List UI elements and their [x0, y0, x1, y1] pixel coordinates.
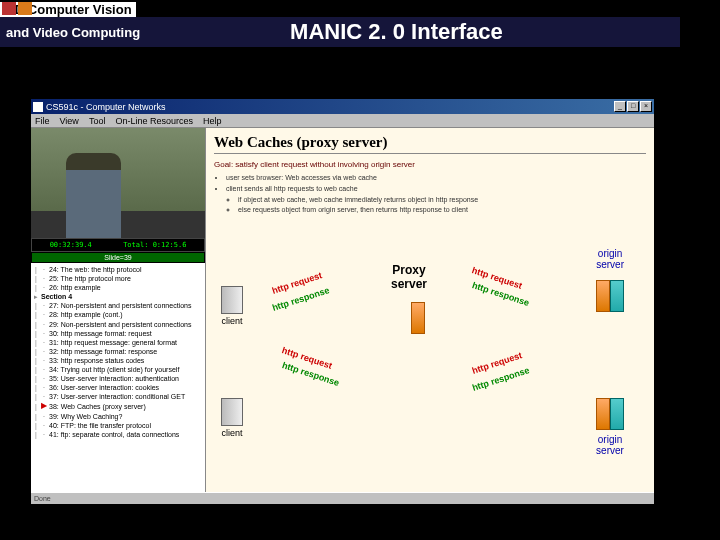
menu-help[interactable]: Help [203, 116, 222, 126]
lecture-video[interactable] [31, 128, 205, 238]
outline-row[interactable]: |·41: ftp: separate control, data connec… [33, 430, 203, 439]
slide-bullets: user sets browser: Web accesses via web … [206, 173, 654, 215]
video-controls[interactable]: 00:32:39.4 Total: 0:12:5.6 [31, 238, 205, 252]
close-button[interactable]: × [640, 101, 652, 112]
menu-view[interactable]: View [60, 116, 79, 126]
menu-file[interactable]: File [35, 116, 50, 126]
outline-row[interactable]: |·30: http message format: request [33, 329, 203, 338]
header-line2: and Video Computing [0, 25, 140, 40]
slide-indicator: Slide=39 [31, 252, 205, 263]
window-title: CS591c - Computer Networks [46, 102, 614, 112]
app-window: CS591c - Computer Networks _ □ × File Vi… [30, 98, 655, 493]
outline-row[interactable]: |·31: http request message: general form… [33, 338, 203, 347]
slide-content: Web Caches (proxy server) Goal: satisfy … [206, 128, 654, 492]
page-title: MANIC 2. 0 Interface [290, 19, 503, 45]
slide-title: Web Caches (proxy server) [206, 128, 654, 156]
outline-row[interactable]: |·37: User-server interaction: condition… [33, 392, 203, 401]
titlebar: CS591c - Computer Networks _ □ × [31, 99, 654, 114]
outline-row[interactable]: |·26: http example [33, 283, 203, 292]
outline-row[interactable]: |·28: http example (cont.) [33, 310, 203, 319]
proxy-diagram: origin server Proxyserver client c [206, 248, 654, 492]
origin-label-2: origin server [596, 434, 624, 456]
outline-row[interactable]: |·39: Why Web Caching? [33, 412, 203, 421]
origin-server-icon [610, 398, 624, 430]
menubar: File View Tool On-Line Resources Help [31, 114, 654, 128]
outline-row[interactable]: |▶38: Web Caches (proxy server) [33, 401, 203, 411]
outline-row[interactable]: |·32: http message format: response [33, 347, 203, 356]
timecode: 00:32:39.4 [50, 241, 92, 249]
outline-row[interactable]: ▸Section 4 [33, 292, 203, 301]
origin-server-icon [596, 280, 610, 312]
outline-row[interactable]: |·24: The web: the http protocol [33, 265, 203, 274]
outline-row[interactable]: |·25: The http protocol more [33, 274, 203, 283]
statusbar: Done [31, 492, 654, 504]
left-panel: 00:32:39.4 Total: 0:12:5.6 Slide=39 |·24… [31, 128, 206, 492]
menu-online[interactable]: On-Line Resources [115, 116, 193, 126]
outline-row[interactable]: |·34: Trying out http (client side) for … [33, 365, 203, 374]
slide-outline[interactable]: |·24: The web: the http protocol|·25: Th… [31, 263, 205, 492]
proxy-server-icon [411, 302, 425, 334]
outline-row[interactable]: |·36: User-server interaction: cookies [33, 383, 203, 392]
origin-server-icon [596, 398, 610, 430]
app-icon [33, 102, 43, 112]
client-host-icon [221, 398, 243, 426]
client-label-2: client [221, 428, 243, 438]
minimize-button[interactable]: _ [614, 101, 626, 112]
origin-label-1: origin server [596, 248, 624, 270]
client-label-1: client [221, 316, 243, 326]
outline-row[interactable]: |·35: User-server interaction: authentic… [33, 374, 203, 383]
proxy-label: Proxyserver [391, 263, 427, 291]
menu-tool[interactable]: Tool [89, 116, 106, 126]
slide-goal: Goal: satisfy client request without inv… [206, 156, 654, 173]
total-time: Total: 0:12:5.6 [123, 241, 186, 249]
client-host-icon [221, 286, 243, 314]
maximize-button[interactable]: □ [627, 101, 639, 112]
origin-server-icon [610, 280, 624, 312]
outline-row[interactable]: |·29: Non-persistent and persistent conn… [33, 320, 203, 329]
outline-row[interactable]: |·40: FTP: the file transfer protocol [33, 421, 203, 430]
outline-row[interactable]: |·33: http response status codes [33, 356, 203, 365]
outline-row[interactable]: |·27: Non-persistent and persistent conn… [33, 301, 203, 310]
